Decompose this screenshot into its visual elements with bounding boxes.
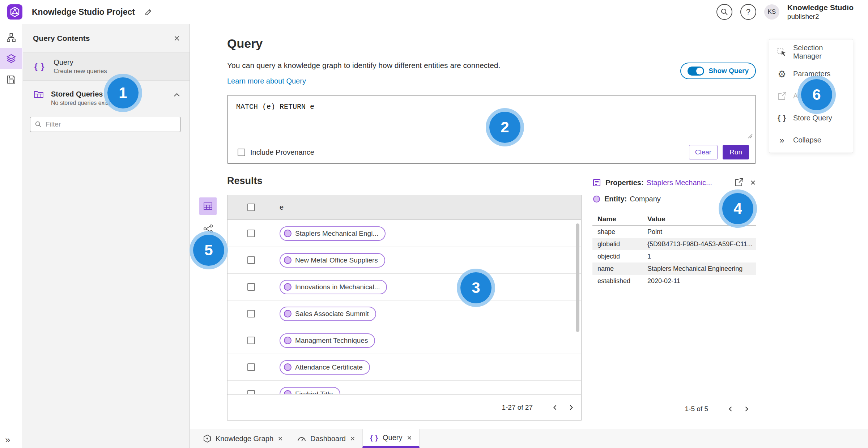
query-item-label: Query bbox=[54, 58, 107, 67]
property-name: established bbox=[592, 277, 647, 285]
user-info[interactable]: Knowledge Studio publisher2 bbox=[787, 3, 854, 21]
search-button[interactable] bbox=[716, 4, 732, 20]
entity-type: Company bbox=[630, 195, 661, 203]
add-to-map-button[interactable] bbox=[734, 178, 744, 187]
layers-icon bbox=[6, 54, 16, 64]
previous-page-button[interactable] bbox=[547, 400, 563, 415]
property-row: shape Point bbox=[592, 226, 756, 238]
entity-dot-icon bbox=[284, 337, 292, 344]
properties-pagination: 1-5 of 5 bbox=[592, 397, 756, 421]
property-name: shape bbox=[592, 228, 647, 236]
column-header-e: e bbox=[280, 203, 284, 212]
table-row: Innovations in Mechanical... bbox=[227, 274, 581, 300]
collapse-label: Collapse bbox=[793, 136, 821, 144]
entity-chip[interactable]: Managment Techniques bbox=[280, 333, 375, 348]
close-tab-icon[interactable] bbox=[350, 436, 355, 441]
entity-dot-icon bbox=[284, 310, 292, 317]
toggle-switch[interactable] bbox=[688, 67, 704, 76]
entity-chip[interactable]: Sales Associate Summit bbox=[280, 307, 376, 321]
query-text[interactable]: MATCH (e) RETURN e bbox=[236, 103, 314, 111]
property-value: Staplers Mechanical Engineering bbox=[647, 265, 756, 273]
include-provenance-checkbox[interactable] bbox=[238, 149, 245, 156]
properties-header: Properties: Staplers Mechanic... bbox=[592, 177, 756, 188]
selection-manager-item[interactable]: Selection Manager bbox=[769, 41, 853, 63]
row-checkbox[interactable] bbox=[247, 363, 255, 371]
entity-chip[interactable]: Firebird Title bbox=[280, 387, 340, 395]
entity-chip[interactable]: Attendance Certificate bbox=[280, 360, 370, 375]
entity-chip-label: New Metal Office Suppliers bbox=[295, 256, 378, 264]
chevron-up-icon[interactable] bbox=[174, 93, 180, 97]
expand-rail-icon[interactable]: » bbox=[5, 435, 10, 444]
user-role: publisher2 bbox=[787, 12, 854, 21]
next-page-button[interactable] bbox=[563, 400, 579, 415]
collapse-chevrons-icon: » bbox=[779, 136, 784, 145]
schema-icon bbox=[7, 33, 16, 42]
row-checkbox[interactable] bbox=[247, 283, 255, 291]
table-row: Firebird Title bbox=[227, 381, 581, 394]
tab-query[interactable]: { } Query bbox=[362, 429, 420, 448]
help-button[interactable]: ? bbox=[740, 4, 756, 20]
select-all-checkbox[interactable] bbox=[247, 204, 255, 211]
row-checkbox[interactable] bbox=[247, 230, 255, 237]
entity-chip-label: Managment Techniques bbox=[295, 337, 368, 345]
close-properties-icon[interactable] bbox=[750, 180, 756, 185]
entity-chip[interactable]: New Metal Office Suppliers bbox=[280, 253, 385, 268]
table-row: New Metal Office Suppliers bbox=[227, 247, 581, 274]
properties-next-button[interactable] bbox=[739, 401, 754, 417]
properties-icon bbox=[592, 178, 601, 187]
tab-label: Knowledge Graph bbox=[216, 435, 273, 443]
braces-icon: { } bbox=[370, 434, 378, 442]
edit-title-icon[interactable] bbox=[144, 8, 153, 16]
properties-table: Name Value shape Point globalid {5D9B471… bbox=[592, 213, 756, 287]
chevron-right-icon bbox=[743, 406, 750, 412]
table-row: Attendance Certificate bbox=[227, 354, 581, 381]
annotation-badge-1: 1 bbox=[107, 77, 139, 108]
tab-label: Query bbox=[383, 434, 402, 442]
panel-header: Query Contents bbox=[23, 24, 190, 52]
close-panel-icon[interactable] bbox=[174, 35, 180, 42]
filter-input[interactable] bbox=[46, 120, 176, 128]
table-scrollbar[interactable] bbox=[576, 223, 579, 332]
row-checkbox[interactable] bbox=[247, 310, 255, 317]
resize-handle-icon[interactable] bbox=[747, 133, 753, 138]
save-icon bbox=[7, 75, 16, 84]
properties-entity-link[interactable]: Staplers Mechanic... bbox=[647, 179, 712, 187]
table-row: Sales Associate Summit bbox=[227, 300, 581, 327]
table-row: Managment Techniques bbox=[227, 327, 581, 354]
left-icon-rail: » bbox=[0, 24, 22, 448]
store-query-item[interactable]: { } Store Query bbox=[769, 107, 853, 129]
question-mark-icon: ? bbox=[746, 7, 750, 17]
close-tab-icon[interactable] bbox=[278, 436, 283, 441]
schema-rail-button[interactable] bbox=[0, 27, 22, 48]
contents-rail-button[interactable] bbox=[0, 48, 22, 69]
collapse-item[interactable]: » Collapse bbox=[769, 129, 853, 151]
avatar[interactable]: KS bbox=[764, 4, 779, 20]
include-provenance-label: Include Provenance bbox=[250, 148, 314, 157]
learn-more-link[interactable]: Learn more about Query bbox=[227, 77, 306, 85]
close-tab-icon[interactable] bbox=[407, 435, 412, 440]
run-button[interactable]: Run bbox=[723, 145, 749, 159]
row-checkbox[interactable] bbox=[247, 337, 255, 344]
properties-previous-button[interactable] bbox=[723, 401, 739, 417]
results-pagination: 1-27 of 27 bbox=[227, 394, 581, 420]
property-name: name bbox=[592, 265, 647, 273]
results-title: Results bbox=[227, 175, 263, 187]
entity-chip[interactable]: Innovations in Mechanical... bbox=[280, 280, 387, 294]
query-list-item[interactable]: { } Query Create new queries bbox=[23, 52, 190, 81]
graph-view-button[interactable] bbox=[202, 222, 215, 235]
annotation-badge-4: 4 bbox=[722, 193, 753, 224]
page-title: Query bbox=[227, 37, 263, 51]
property-value: 1 bbox=[647, 253, 756, 260]
show-query-toggle[interactable]: Show Query bbox=[680, 63, 756, 79]
stored-queries-section[interactable]: Stored Queries No stored queries exist bbox=[23, 81, 190, 106]
tab-dashboard[interactable]: Dashboard bbox=[290, 429, 362, 448]
selection-manager-label: Selection Manager bbox=[793, 44, 848, 60]
tab-knowledge-graph[interactable]: Knowledge Graph bbox=[196, 429, 290, 448]
selection-manager-icon bbox=[777, 47, 787, 57]
row-checkbox[interactable] bbox=[247, 256, 255, 264]
table-view-button[interactable] bbox=[199, 197, 217, 215]
clear-button[interactable]: Clear bbox=[689, 145, 718, 159]
save-rail-button[interactable] bbox=[0, 69, 22, 90]
entity-chip[interactable]: Staplers Mechanical Engi... bbox=[280, 226, 386, 241]
search-icon bbox=[720, 8, 728, 16]
